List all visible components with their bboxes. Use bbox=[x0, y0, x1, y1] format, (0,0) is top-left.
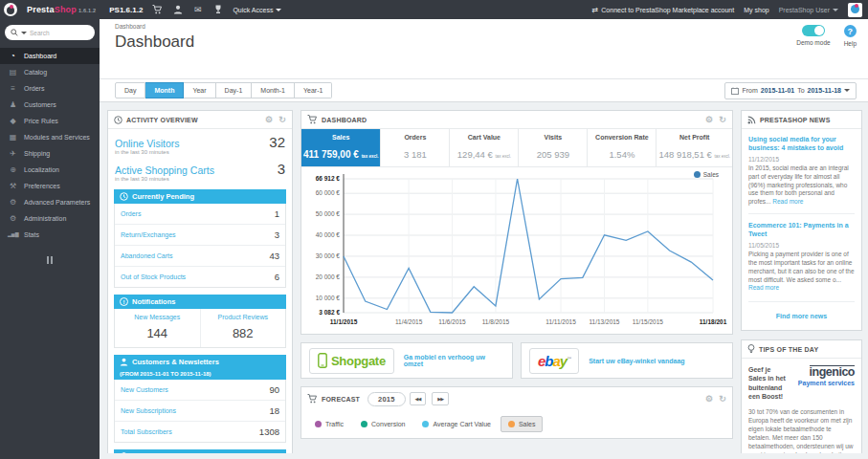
previous-year-button[interactable]: ◀◀ bbox=[410, 392, 427, 405]
trophy-icon[interactable] bbox=[212, 5, 223, 15]
svg-text:30 000 €: 30 000 € bbox=[316, 252, 341, 259]
sidebar-item-localization[interactable]: ⊕Localization bbox=[0, 162, 100, 178]
sidebar-item-stats[interactable]: ▂▅▇Stats bbox=[0, 227, 100, 243]
sidebar-item-preferences[interactable]: ⚒Preferences bbox=[0, 178, 100, 194]
forecast-metric-traffic[interactable]: Traffic bbox=[307, 416, 351, 432]
range-day-1-button[interactable]: Day-1 bbox=[216, 82, 253, 98]
gear-icon[interactable]: ⚙ bbox=[705, 115, 713, 124]
my-shop-link[interactable]: My shop bbox=[744, 7, 768, 13]
find-more-news-link[interactable]: Find more news bbox=[776, 313, 827, 319]
ebay-module-card: ebay™ Start uw eBay-winkel vandaag bbox=[521, 342, 733, 379]
date-range-picker[interactable]: From2015-11-01 To2015-11-18 bbox=[724, 82, 857, 99]
sidebar-collapse-handle[interactable] bbox=[46, 256, 54, 264]
quick-access-menu[interactable]: Quick Access bbox=[233, 7, 281, 13]
gear-icon[interactable]: ⚙ bbox=[705, 394, 713, 404]
orders-link[interactable]: Orders bbox=[121, 210, 141, 217]
dashboard-icon: ◔ bbox=[8, 53, 18, 60]
total-subscribers-link[interactable]: Total Subscribers bbox=[121, 428, 172, 435]
chart-legend[interactable]: Sales bbox=[694, 171, 719, 178]
news-item: Using social media for your business: 4 … bbox=[748, 135, 855, 214]
search-input[interactable] bbox=[30, 30, 89, 36]
ebay-link[interactable]: Start uw eBay-winkel vandaag bbox=[589, 358, 684, 364]
chevron-down-icon[interactable] bbox=[21, 32, 27, 34]
currently-pending-header: Currently Pending bbox=[114, 189, 286, 204]
chevron-down-icon bbox=[844, 89, 850, 92]
svg-text:11/6/2015: 11/6/2015 bbox=[438, 318, 466, 325]
help-icon[interactable]: ? bbox=[844, 25, 857, 37]
read-more-link[interactable]: Read more bbox=[748, 284, 779, 291]
demo-mode-toggle[interactable] bbox=[802, 25, 825, 36]
sidebar-item-customers[interactable]: ♟Customers bbox=[0, 97, 100, 113]
returns-link[interactable]: Return/Exchanges bbox=[121, 231, 176, 238]
sidebar-search[interactable] bbox=[5, 25, 95, 40]
user-icon bbox=[120, 358, 128, 366]
range-month-button[interactable]: Month bbox=[145, 82, 184, 98]
new-messages-link[interactable]: New Messages bbox=[117, 314, 198, 320]
kpi-conversion-rate[interactable]: Conversion Rate1.54% bbox=[588, 129, 657, 166]
read-more-link[interactable]: Read more bbox=[772, 198, 803, 205]
shop-version-tag: PS1.6.1.2 bbox=[109, 6, 143, 14]
abandoned-carts-link[interactable]: Abandoned Carts bbox=[121, 252, 172, 259]
marketplace-link[interactable]: ⇄Connect to PrestaShop Marketplace accou… bbox=[592, 6, 735, 14]
sidebar-item-catalog[interactable]: ▤Catalog bbox=[0, 64, 100, 80]
forecast-year[interactable]: 2015 bbox=[367, 392, 406, 406]
new-customers-link[interactable]: New Customers bbox=[121, 386, 168, 393]
employee-icon[interactable] bbox=[172, 5, 183, 15]
sync-icon: ⇄ bbox=[592, 6, 599, 14]
range-day-button[interactable]: Day bbox=[115, 82, 145, 98]
range-month-1-button[interactable]: Month-1 bbox=[252, 82, 295, 98]
new-messages-cell: New Messages144 bbox=[115, 309, 200, 347]
sidebar: ◔Dashboard ▤Catalog ≡Orders ♟Customers ◆… bbox=[0, 19, 100, 459]
shopgate-link[interactable]: Ga mobiel en verhoog uw omzet bbox=[404, 354, 504, 367]
forecast-metric-conversion[interactable]: Conversion bbox=[353, 416, 412, 432]
news-title-link[interactable]: Ecommerce 101: Payments in a Tweet bbox=[748, 221, 855, 238]
refresh-icon[interactable]: ↻ bbox=[719, 394, 726, 404]
refresh-icon[interactable]: ↻ bbox=[719, 115, 726, 124]
gear-icon[interactable]: ⚙ bbox=[265, 115, 273, 124]
modules-icon: ▦ bbox=[8, 134, 18, 142]
user-menu[interactable]: PrestaShop User bbox=[779, 7, 838, 13]
forecast-metric-sales[interactable]: Sales bbox=[501, 416, 544, 432]
forecast-metric-average-cart-value[interactable]: Average Cart Value bbox=[414, 416, 498, 432]
range-year-button[interactable]: Year bbox=[184, 82, 215, 98]
online-visitors-value: 32 bbox=[269, 134, 285, 150]
refresh-icon[interactable]: ↻ bbox=[278, 115, 286, 124]
sidebar-item-advanced-parameters[interactable]: ⚙Advanced Parameters bbox=[0, 194, 100, 210]
range-year-1-button[interactable]: Year-1 bbox=[295, 82, 332, 98]
sidebar-item-dashboard[interactable]: ◔Dashboard bbox=[0, 48, 100, 64]
panel-title: DASHBOARD bbox=[322, 117, 367, 123]
online-visitors-link[interactable]: Online Visitors bbox=[115, 138, 269, 149]
sidebar-item-shipping[interactable]: ✈Shipping bbox=[0, 145, 100, 162]
sidebar-item-orders[interactable]: ≡Orders bbox=[0, 80, 100, 97]
shopgate-logo: Shopgate bbox=[309, 348, 394, 374]
cart-icon[interactable] bbox=[152, 5, 163, 15]
svg-text:66 912 €: 66 912 € bbox=[316, 175, 341, 182]
next-year-button[interactable]: ▶▶ bbox=[432, 392, 449, 405]
kpi-sales[interactable]: Sales411 759,00 € tax excl. bbox=[301, 129, 381, 166]
product-reviews-link[interactable]: Product Reviews bbox=[203, 314, 284, 320]
sales-line-chart: 3 082 €10 000 €20 000 €30 000 €40 000 €5… bbox=[305, 169, 728, 330]
out-of-stock-link[interactable]: Out of Stock Products bbox=[121, 273, 186, 280]
gear-icon: ⚙ bbox=[8, 215, 18, 223]
mail-icon[interactable]: ✉ bbox=[192, 5, 203, 15]
kpi-orders[interactable]: Orders3 181 bbox=[381, 129, 450, 166]
sidebar-item-modules[interactable]: ▦Modules and Services bbox=[0, 129, 100, 145]
ebay-logo: ebay™ bbox=[529, 348, 579, 374]
sidebar-item-administration[interactable]: ⚙Administration bbox=[0, 210, 100, 227]
kpi-visits[interactable]: Visits205 939 bbox=[519, 129, 588, 166]
active-carts-link[interactable]: Active Shopping Carts bbox=[115, 164, 278, 176]
range-button-group: Day Month Year Day-1 Month-1 Year-1 bbox=[115, 82, 332, 98]
kpi-net-profit[interactable]: Net Profit148 918,51 € tax excl. bbox=[657, 129, 732, 166]
prestashop-logo bbox=[4, 3, 17, 16]
shipping-icon: ✈ bbox=[8, 150, 18, 158]
tips-of-the-day-panel: TIPS OF THE DAY ingenico Payment service… bbox=[741, 339, 862, 453]
search-icon bbox=[11, 29, 18, 36]
breadcrumb[interactable]: Dashboard bbox=[115, 23, 855, 30]
new-subscriptions-link[interactable]: New Subscriptions bbox=[121, 407, 176, 414]
user-avatar[interactable] bbox=[848, 3, 862, 17]
sidebar-item-price-rules[interactable]: ◆Price Rules bbox=[0, 113, 100, 129]
average-cart-value-dot-icon bbox=[422, 421, 429, 427]
kpi-cart-value[interactable]: Cart Value129,44 € tax excl. bbox=[450, 129, 519, 166]
news-date: 11/05/2015 bbox=[748, 242, 855, 249]
news-title-link[interactable]: Using social media for your business: 4 … bbox=[748, 135, 855, 152]
